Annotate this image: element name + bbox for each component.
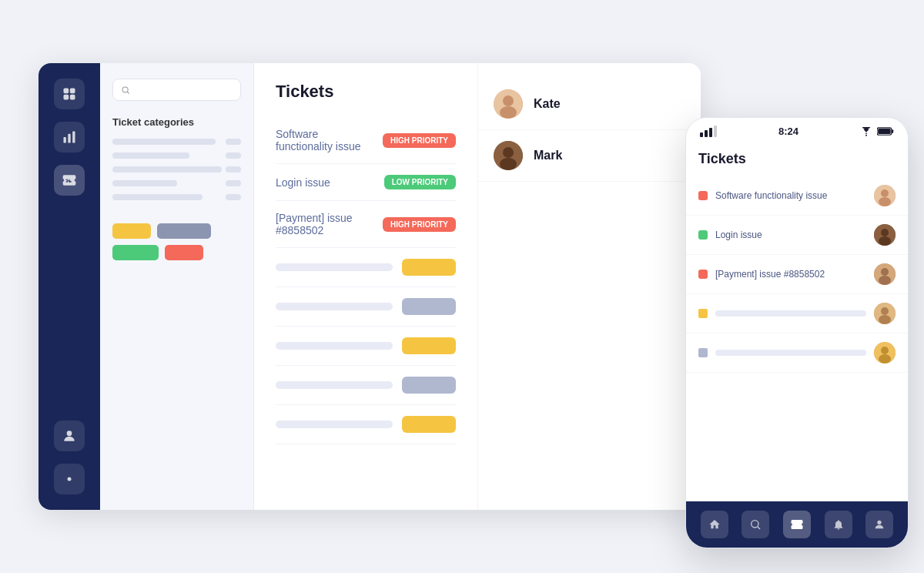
nav-icon-ticket-active[interactable] [783,511,811,538]
category-item-4 [112,180,241,186]
svg-point-17 [865,134,867,136]
ticket-placeholder [276,381,393,389]
table-row[interactable] [276,327,456,366]
svg-point-34 [881,347,889,354]
nav-icon-bell[interactable] [825,511,852,538]
sidebar-icon-user[interactable] [54,421,85,451]
wifi-icon [860,127,872,136]
category-dot [226,194,241,200]
ticket-placeholder [715,310,866,317]
search-bar[interactable] [112,79,241,101]
svg-point-13 [500,106,517,119]
svg-rect-6 [72,132,75,143]
table-row[interactable] [276,248,456,287]
panel-title: Ticket categories [112,116,241,128]
search-input[interactable] [135,84,233,96]
signal-bar-2 [705,130,708,137]
sidebar-icon-grid[interactable] [54,79,85,109]
ticket-placeholder [276,303,393,310]
legend-green [112,245,159,260]
nav-icon-home[interactable] [701,511,728,538]
svg-point-7 [67,431,72,436]
search-icon [121,85,130,96]
status-icons [860,127,894,136]
mobile-mockup: 8:24 Tickets [685,117,909,548]
svg-rect-0 [64,89,69,94]
nav-icon-user[interactable] [865,511,893,538]
category-dot [226,180,241,186]
table-row[interactable]: [Payment] issue #8858502 HIGH PRIORITY [276,201,456,248]
list-item[interactable] [686,333,908,373]
svg-rect-1 [70,89,75,94]
legend-gray [157,223,211,239]
signal-bar-3 [709,128,712,137]
priority-dot-green [698,230,708,240]
svg-point-38 [878,521,882,524]
ticket-name: Software functionality issue [276,128,373,152]
svg-point-15 [503,147,514,158]
sidebar-icon-settings[interactable] [54,464,85,494]
page-title: Tickets [276,82,456,102]
ticket-placeholder [276,342,393,350]
status-time: 8:24 [778,126,798,137]
nav-icon-search[interactable] [742,511,769,538]
legend-area [112,223,241,260]
avatar [494,141,523,170]
legend-yellow [112,223,151,239]
priority-badge-high: HIGH PRIORITY [383,133,456,148]
category-dot [226,166,241,173]
svg-rect-4 [64,137,66,143]
svg-point-26 [879,236,891,246]
category-item-2 [112,152,241,159]
desktop-ui: Ticket categories [38,63,701,510]
avatar [874,185,896,206]
list-item[interactable]: Login issue [686,216,908,255]
user-name: Kate [534,97,561,111]
legend-red [165,245,203,260]
svg-rect-20 [878,129,891,134]
svg-point-28 [881,268,889,276]
sidebar-icon-ticket[interactable] [54,165,85,196]
user-row[interactable]: Mark [478,130,701,182]
priority-dot-red [698,270,708,279]
svg-point-31 [881,307,889,315]
list-item[interactable]: Software functionality issue [686,176,908,216]
legend-row-1 [112,223,241,239]
mobile-page-title: Tickets [686,151,908,167]
priority-dot-gray [698,348,708,357]
svg-line-10 [127,92,129,93]
svg-point-8 [68,478,72,481]
priority-placeholder [402,259,456,276]
table-row[interactable]: Login issue LOW PRIORITY [276,164,456,201]
category-dot [226,139,241,145]
list-item[interactable]: [Payment] issue #8858502 [686,255,908,294]
table-row[interactable]: Software functionality issue HIGH PRIORI… [276,117,456,164]
sidebar-icon-chart[interactable] [54,122,85,152]
list-item[interactable] [686,294,908,333]
category-item-3 [112,166,241,173]
table-row[interactable] [276,287,456,327]
category-bar [112,180,177,186]
user-row[interactable]: Kate [478,79,701,130]
signal-bar-1 [700,132,703,137]
ticket-placeholder [276,263,393,271]
svg-point-29 [879,276,891,285]
svg-point-9 [122,86,128,92]
sidebar [38,63,100,510]
svg-point-22 [881,189,889,197]
svg-rect-19 [892,129,893,133]
ticket-placeholder [715,350,866,356]
table-row[interactable] [276,366,456,405]
priority-placeholder [402,377,456,394]
svg-rect-2 [64,95,69,100]
priority-placeholder [402,337,456,354]
signal-icon [700,126,717,137]
category-item-1 [112,139,241,145]
mobile-bottom-nav [686,501,908,548]
avatar [494,89,523,119]
table-row[interactable] [276,405,456,444]
svg-point-12 [503,96,514,106]
category-dot [226,152,241,159]
user-name: Mark [534,149,562,163]
ticket-name: [Payment] issue #8858502 [715,269,866,280]
